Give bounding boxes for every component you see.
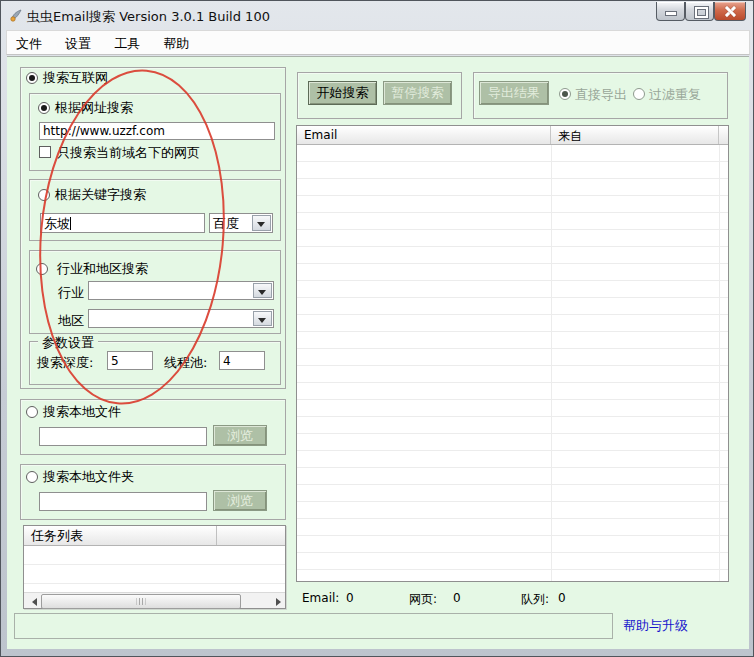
chevron-down-icon[interactable] [253, 283, 272, 298]
label-params: 参数设置 [38, 334, 98, 352]
local-folder-path-input[interactable] [39, 492, 207, 511]
radio-local-file[interactable] [26, 406, 38, 418]
task-list-header-cell[interactable]: 任务列表 [24, 526, 217, 545]
column-header-source[interactable]: 来自 [551, 126, 719, 144]
app-window: 虫虫Email搜索 Version 3.0.1 Build 100 文件 设置 … [0, 0, 754, 657]
url-input[interactable] [39, 122, 275, 140]
label-filter-duplicates: 过滤重复 [649, 86, 701, 104]
status-pages-label: 网页: [409, 591, 437, 608]
keyword-input[interactable]: 东坡 [40, 213, 205, 233]
label-current-domain: 只搜索当前域名下的网页 [57, 144, 200, 162]
task-list-body[interactable] [24, 546, 285, 593]
label-keyword-search: 根据关键字搜索 [55, 186, 146, 204]
scroll-left-icon[interactable] [25, 594, 39, 607]
scrollbar-thumb[interactable] [41, 594, 241, 609]
progress-bar [14, 613, 613, 639]
keyword-text: 东坡 [44, 216, 70, 231]
status-email-label: Email: [302, 591, 339, 605]
status-queue-label: 队列: [521, 591, 549, 608]
maximize-button[interactable] [685, 2, 714, 21]
menu-file[interactable]: 文件 [7, 31, 51, 57]
start-search-label: 开始搜索 [317, 84, 369, 102]
engine-selected-value: 百度 [213, 215, 239, 233]
status-pages-value: 0 [453, 591, 461, 605]
label-local-folder: 搜索本地文件夹 [43, 468, 134, 486]
window-title: 虫虫Email搜索 Version 3.0.1 Build 100 [27, 8, 270, 26]
pause-search-label: 暂停搜索 [392, 84, 444, 102]
local-file-path-input[interactable] [39, 427, 207, 446]
results-table-header: Email 来自 [297, 126, 728, 145]
start-search-button[interactable]: 开始搜索 [308, 81, 377, 105]
thread-pool-input[interactable] [219, 351, 265, 370]
help-upgrade-link[interactable]: 帮助与升级 [623, 617, 688, 635]
label-industry: 行业 [58, 284, 84, 302]
menu-settings[interactable]: 设置 [56, 31, 100, 57]
radio-local-folder[interactable] [26, 471, 38, 483]
engine-select[interactable]: 百度 [209, 213, 273, 233]
column-header-email[interactable]: Email [297, 126, 551, 144]
radio-url-search[interactable] [38, 102, 50, 114]
pause-search-button[interactable]: 暂停搜索 [383, 81, 452, 105]
chevron-down-icon[interactable] [252, 215, 271, 231]
minimize-button[interactable] [656, 2, 685, 21]
export-results-button[interactable]: 导出结果 [479, 81, 549, 105]
menu-bar: 文件 设置 工具 帮助 [6, 30, 750, 55]
task-list-header: 任务列表 [24, 526, 285, 546]
maximize-icon [695, 7, 708, 18]
browse-file-label: 浏览 [227, 427, 253, 445]
task-list-hscrollbar[interactable] [24, 592, 285, 608]
minimize-icon [666, 12, 676, 15]
radio-industry-search[interactable] [36, 263, 48, 275]
industry-select[interactable] [88, 281, 274, 300]
label-region: 地区 [58, 312, 84, 330]
radio-filter-duplicates[interactable] [633, 88, 645, 100]
column-divider [719, 145, 720, 581]
label-direct-export: 直接导出 [575, 86, 627, 104]
search-depth-input[interactable] [107, 351, 153, 370]
app-icon [9, 7, 25, 23]
chevron-down-icon[interactable] [253, 311, 272, 326]
radio-direct-export[interactable] [559, 88, 571, 100]
results-table-body[interactable] [297, 145, 728, 581]
browse-file-button[interactable]: 浏览 [213, 425, 267, 446]
label-search-depth: 搜索深度: [37, 354, 93, 372]
export-results-label: 导出结果 [488, 84, 540, 102]
label-industry-search: 行业和地区搜索 [57, 260, 148, 278]
scrollbar-grip-icon [137, 598, 146, 605]
menu-tools[interactable]: 工具 [105, 31, 149, 57]
scroll-right-icon[interactable] [270, 594, 284, 607]
radio-keyword-search[interactable] [38, 189, 50, 201]
task-list: 任务列表 [23, 525, 286, 609]
browse-folder-button[interactable]: 浏览 [213, 490, 267, 511]
close-button[interactable] [714, 2, 746, 21]
label-thread-pool: 线程池: [164, 354, 207, 372]
label-local-file: 搜索本地文件 [43, 403, 121, 421]
close-icon [724, 5, 736, 17]
region-select[interactable] [88, 309, 274, 328]
status-queue-value: 0 [558, 591, 566, 605]
browse-folder-label: 浏览 [227, 492, 253, 510]
column-divider [551, 145, 552, 581]
results-table: Email 来自 [296, 125, 729, 582]
radio-search-internet[interactable] [26, 72, 38, 84]
checkbox-current-domain[interactable] [39, 146, 51, 158]
menu-help[interactable]: 帮助 [154, 31, 198, 57]
column-header-spacer [719, 126, 728, 144]
status-email-value: 0 [346, 591, 354, 605]
label-search-internet: 搜索互联网 [43, 69, 108, 87]
label-url-search: 根据网址搜索 [55, 99, 133, 117]
text-caret [70, 217, 71, 230]
